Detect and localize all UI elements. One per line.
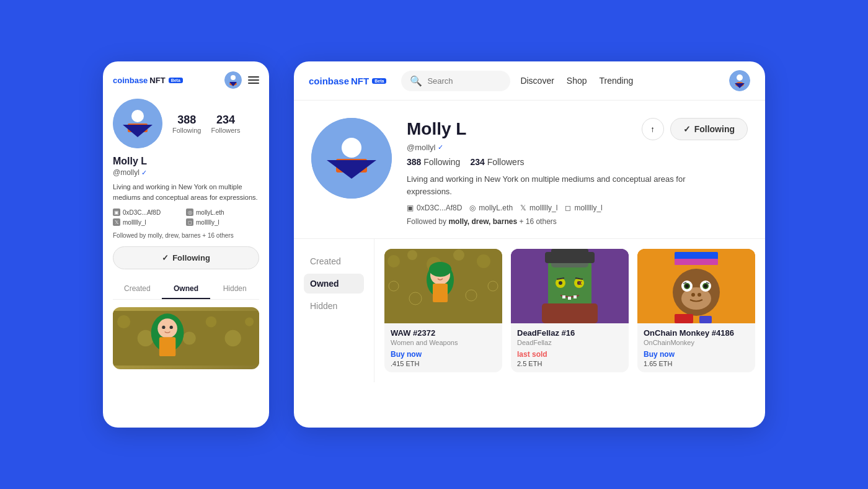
svg-point-14: [225, 330, 241, 346]
profile-stats: 388 Following 234 Followers: [172, 114, 241, 134]
following-count: 388: [177, 114, 196, 127]
following-stat: 388 Following: [172, 114, 201, 134]
twitter-icon: 𝕏: [113, 218, 120, 226]
svg-point-15: [245, 318, 254, 326]
coinbase-wordmark: coinbase: [113, 76, 148, 85]
nft-collection: DeadFellaz: [517, 339, 622, 346]
svg-rect-78: [675, 314, 693, 323]
wallet-address: ▣ 0xD3C...Af8D: [113, 209, 186, 216]
search-input[interactable]: [427, 76, 502, 86]
tab-created[interactable]: Created: [113, 279, 162, 299]
svg-point-73: [704, 284, 707, 288]
nav-discover[interactable]: Discover: [520, 76, 554, 86]
svg-point-33: [453, 249, 464, 261]
user-handle: @mollyl ✓: [113, 168, 259, 177]
instagram-icon: ◻: [565, 204, 571, 212]
tab-hidden[interactable]: Hidden: [210, 279, 259, 299]
nav-trending[interactable]: Trending: [600, 76, 634, 86]
svg-rect-79: [699, 316, 712, 323]
followers-label: Followers: [211, 127, 240, 134]
desktop-meta-row: ▣ 0xD3C...Af8D ◎ mollyL.eth 𝕏 mollllly_l…: [407, 204, 748, 212]
nft-price: 1.65 ETH: [644, 360, 749, 367]
svg-point-9: [117, 315, 130, 328]
desktop-avatar[interactable]: [729, 70, 750, 91]
sidebar-item-created[interactable]: Created: [304, 251, 364, 271]
desktop-following-button[interactable]: ✓ Following: [670, 118, 748, 140]
share-button[interactable]: ↑: [642, 118, 664, 140]
ens-address: ◎ mollyL.eth: [186, 209, 259, 216]
mobile-nft-preview: [113, 307, 259, 369]
nft-info-deadfellaz: DeadFellaz #16 DeadFellaz last sold 2.5 …: [511, 323, 629, 372]
desktop-logo: coinbase NFT Beta: [309, 76, 386, 86]
user-bio: Living and working in New York on multip…: [113, 182, 259, 202]
nft-info-waw: WAW #2372 Women and Weapons Buy now .415…: [384, 323, 502, 372]
nav-shop[interactable]: Shop: [567, 76, 587, 86]
search-bar[interactable]: 🔍: [401, 71, 510, 91]
instagram-icon: ◻: [186, 218, 193, 226]
checkmark-icon: ✓: [683, 124, 691, 134]
desktop-instagram: ◻ mollllly_l: [565, 204, 602, 212]
desktop-card: coinbase NFT Beta 🔍 Discover Shop Trendi…: [294, 61, 765, 428]
svg-rect-42: [433, 284, 448, 302]
nft-card-waw[interactable]: WAW #2372 Women and Weapons Buy now .415…: [384, 249, 502, 372]
tab-owned[interactable]: Owned: [162, 279, 211, 299]
following-button[interactable]: ✓ Following: [113, 246, 259, 269]
svg-point-22: [737, 74, 743, 81]
followers-count: 234: [216, 114, 235, 127]
desktop-user-handle: @mollyl ✓: [407, 143, 748, 152]
mobile-card: coinbase NFT Beta: [103, 61, 269, 428]
desktop-nft-wordmark: NFT: [351, 76, 369, 86]
desktop-navbar: coinbase NFT Beta 🔍 Discover Shop Trendi…: [294, 61, 765, 101]
svg-point-12: [183, 331, 196, 344]
nft-title: WAW #2372: [391, 328, 496, 338]
nft-info-onchain: OnChain Monkey #4186 OnChainMonkey Buy n…: [637, 323, 755, 372]
desktop-wallet: ▣ 0xD3C...Af8D: [407, 204, 462, 212]
hamburger-menu[interactable]: [248, 76, 259, 84]
beta-badge: Beta: [169, 78, 183, 83]
svg-rect-50: [551, 249, 588, 256]
user-name: Molly L: [113, 156, 259, 167]
twitter-icon: 𝕏: [520, 204, 526, 212]
svg-point-53: [559, 281, 562, 285]
desktop-followed-by: Followed by molly, drew, barnes + 16 oth…: [407, 217, 748, 226]
nft-card-onchain[interactable]: OnChain Monkey #4186 OnChainMonkey Buy n…: [637, 249, 755, 372]
following-label: Following: [172, 127, 201, 134]
nft-title: DeadFellaz #16: [517, 328, 622, 338]
desktop-sidebar: Created Owned Hidden: [294, 239, 374, 382]
ens-icon: ◎: [469, 204, 476, 212]
nft-card-deadfellaz[interactable]: DeadFellaz #16 DeadFellaz last sold 2.5 …: [511, 249, 629, 372]
svg-point-77: [698, 293, 701, 297]
avatar[interactable]: [224, 71, 242, 89]
svg-point-30: [388, 255, 400, 267]
svg-rect-18: [159, 337, 175, 356]
profile-avatar: [113, 99, 162, 148]
desktop-following-label: Following: [694, 124, 735, 134]
svg-point-76: [691, 293, 695, 297]
sidebar-item-owned[interactable]: Owned: [304, 274, 364, 294]
followed-by-text: Followed by molly, drew, barnes + 16 oth…: [113, 232, 259, 239]
desktop-profile: Molly L ↑ ✓ Following @mollyl ✓ 388: [294, 101, 765, 238]
desktop-profile-info: Molly L ↑ ✓ Following @mollyl ✓ 388: [407, 118, 748, 226]
nft-buy-button[interactable]: Buy now: [391, 350, 496, 359]
svg-point-19: [162, 326, 165, 329]
sidebar-item-hidden[interactable]: Hidden: [304, 296, 364, 316]
desktop-verified-icon: ✓: [438, 143, 443, 151]
svg-point-5: [131, 110, 144, 122]
mobile-logo: coinbase NFT Beta: [113, 76, 183, 85]
svg-rect-62: [542, 303, 598, 323]
desktop-beta-badge: Beta: [372, 78, 386, 84]
svg-point-17: [157, 318, 177, 338]
svg-point-45: [429, 262, 451, 277]
ens-icon: ◎: [186, 209, 193, 216]
mobile-header-icons: [224, 71, 259, 89]
wallet-icon: ▣: [407, 204, 414, 212]
nft-price: 2.5 ETH: [517, 360, 622, 367]
svg-point-20: [170, 326, 173, 329]
svg-rect-59: [562, 295, 565, 298]
desktop-content: Created Owned Hidden: [294, 238, 765, 382]
desktop-user-name: Molly L: [407, 119, 466, 139]
svg-point-1: [231, 75, 236, 80]
svg-rect-61: [574, 295, 577, 298]
nft-buy-button[interactable]: Buy now: [644, 350, 749, 359]
svg-point-13: [206, 316, 217, 328]
